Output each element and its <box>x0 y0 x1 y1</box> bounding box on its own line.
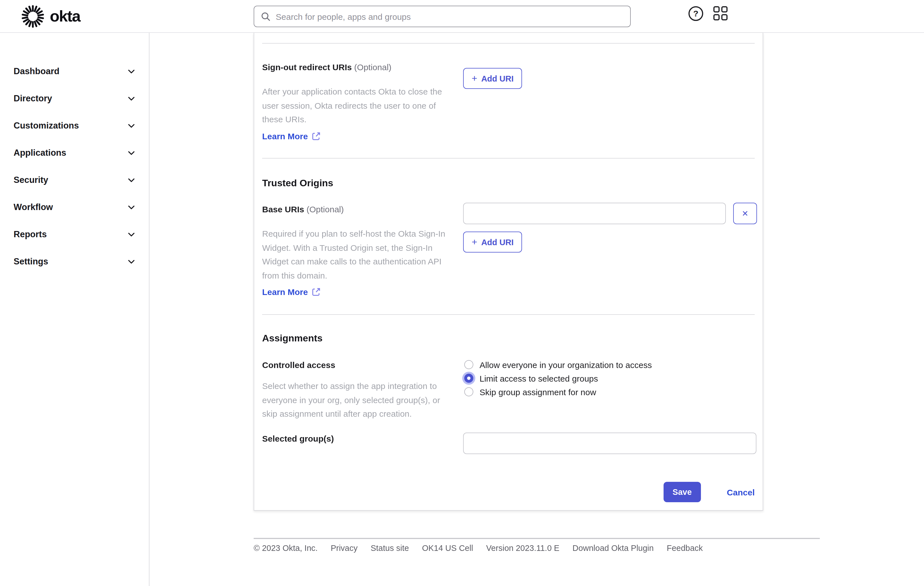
okta-logo[interactable]: okta <box>20 4 80 29</box>
footer-link-download-plugin[interactable]: Download Okta Plugin <box>573 543 653 553</box>
sidebar-item-reports[interactable]: Reports <box>0 221 149 248</box>
search-input[interactable] <box>276 12 624 21</box>
external-link-icon <box>312 287 320 296</box>
plus-icon <box>472 237 477 247</box>
radio-option-allow-everyone[interactable]: Allow everyone in your organization to a… <box>464 358 652 371</box>
chevron-down-icon <box>127 230 136 239</box>
signout-redirect-uris-description: After your application contacts Okta to … <box>262 85 449 127</box>
okta-aura-icon <box>20 4 45 29</box>
footer-copyright: © 2023 Okta, Inc. <box>254 543 318 553</box>
chevron-down-icon <box>127 203 136 212</box>
footer-text-cell: OK14 US Cell <box>422 543 474 553</box>
controlled-access-description: Select whether to assign the app integra… <box>262 379 449 421</box>
footer-divider <box>254 538 820 539</box>
controlled-access-label: Controlled access <box>262 360 335 370</box>
sidebar-item-security[interactable]: Security <box>0 167 149 194</box>
section-divider <box>262 158 755 158</box>
selected-groups-label: Selected group(s) <box>262 434 334 443</box>
signout-learn-more-link[interactable]: Learn More <box>262 131 320 141</box>
radio-button[interactable] <box>464 360 474 369</box>
base-uris-label: Base URIs (Optional) <box>262 205 344 214</box>
sidebar-item-applications[interactable]: Applications <box>0 139 149 167</box>
selected-groups-input[interactable] <box>463 432 756 454</box>
cancel-button[interactable]: Cancel <box>727 487 755 497</box>
footer-link-status-site[interactable]: Status site <box>371 543 409 553</box>
radio-option-skip-assignment[interactable]: Skip group assignment for now <box>464 385 596 399</box>
trusted-origins-heading: Trusted Origins <box>262 178 333 189</box>
close-icon <box>742 209 748 218</box>
add-signout-uri-button[interactable]: Add URI <box>463 68 522 89</box>
chevron-down-icon <box>127 121 136 130</box>
search-icon <box>261 12 271 21</box>
chevron-down-icon <box>127 149 136 157</box>
base-uri-input[interactable] <box>463 203 726 224</box>
sidebar-item-settings[interactable]: Settings <box>0 248 149 275</box>
sidebar-nav: Dashboard Directory Customizations Appli… <box>0 33 150 586</box>
radio-button[interactable] <box>464 387 474 396</box>
form-actions: Save Cancel <box>663 482 755 502</box>
base-uris-description: Required if you plan to self-host the Ok… <box>262 227 449 282</box>
section-divider <box>262 43 755 44</box>
apps-grid-icon[interactable] <box>713 6 728 21</box>
footer-link-privacy[interactable]: Privacy <box>331 543 358 553</box>
signout-redirect-uris-label: Sign-out redirect URIs (Optional) <box>262 62 391 72</box>
global-search[interactable] <box>254 6 631 27</box>
sidebar-item-directory[interactable]: Directory <box>0 85 149 112</box>
external-link-icon <box>312 132 320 140</box>
chevron-down-icon <box>127 67 136 76</box>
sidebar-item-workflow[interactable]: Workflow <box>0 194 149 221</box>
app-settings-form-card: Sign-out redirect URIs (Optional) After … <box>254 33 763 511</box>
radio-button[interactable] <box>464 374 474 383</box>
chevron-down-icon <box>127 257 136 266</box>
sidebar-item-customizations[interactable]: Customizations <box>0 112 149 139</box>
footer-text-version: Version 2023.11.0 E <box>486 543 559 553</box>
save-button[interactable]: Save <box>663 482 701 502</box>
plus-icon <box>472 74 477 83</box>
radio-option-limit-access[interactable]: Limit access to selected groups <box>464 371 598 385</box>
footer: © 2023 Okta, Inc. Privacy Status site OK… <box>254 543 703 553</box>
trusted-origins-learn-more-link[interactable]: Learn More <box>262 287 320 297</box>
section-divider <box>262 314 755 315</box>
okta-admin-console: okta Dashboard Directory Customizations <box>0 0 924 586</box>
sidebar-item-dashboard[interactable]: Dashboard <box>0 58 149 85</box>
chevron-down-icon <box>127 175 136 185</box>
add-base-uri-button[interactable]: Add URI <box>463 231 522 253</box>
chevron-down-icon <box>127 94 136 103</box>
footer-link-feedback[interactable]: Feedback <box>667 543 703 553</box>
top-bar: okta <box>0 0 924 33</box>
help-icon[interactable] <box>688 6 703 21</box>
assignments-heading: Assignments <box>262 333 323 344</box>
brand-wordmark: okta <box>50 7 80 25</box>
remove-base-uri-button[interactable] <box>733 203 757 224</box>
